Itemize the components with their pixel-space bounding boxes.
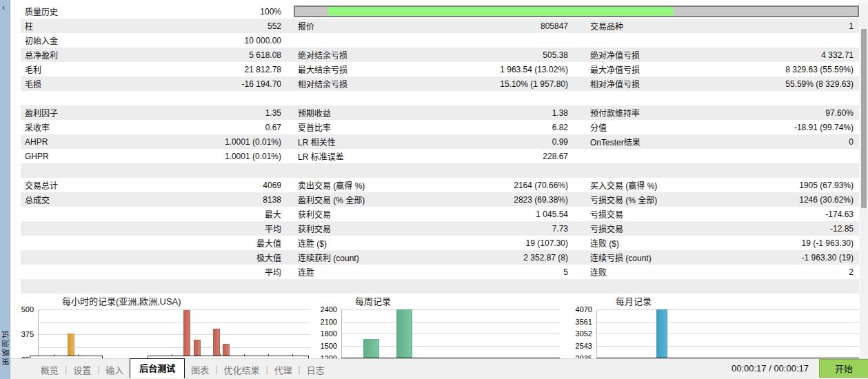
stat-cell: 平均 [21, 223, 291, 234]
start-button[interactable]: 开始 [819, 359, 868, 378]
stat-label: 绝对净值亏损 [590, 49, 640, 61]
chart-title: 每周记录 [355, 294, 391, 307]
chart-title: 每月记录 [616, 294, 652, 307]
table-row: 总成交8138盈利交易 (% 全部)2823 (69.38%)亏损交易 (% 全… [21, 192, 860, 207]
stat-label: 连胜 ($) [298, 237, 327, 249]
stat-cell: 相对结余亏损15.10% (1 957.80) [291, 78, 583, 90]
stat-label: 相对结余亏损 [298, 78, 347, 90]
table-row: 极大值连续获利 (count)2 352.87 (8)连续亏损 (count)-… [21, 250, 860, 265]
y-axis-tick-label: 2400 [310, 305, 337, 314]
stat-cell: 获利交易1 045.54 [291, 208, 583, 220]
stat-label: 最大净值亏损 [590, 63, 640, 75]
stat-label: 盈利交易 (% 全部) [298, 194, 365, 205]
stat-cell: 总成交8138 [21, 194, 291, 205]
stat-label: OnTester结果 [590, 136, 640, 147]
stat-label: 获利交易 [298, 208, 331, 220]
table-row: 质量历史100% [21, 4, 860, 19]
stat-cell: 亏损交易-174.63 [583, 208, 860, 220]
stat-value: 8 329.63 (55.59%) [785, 65, 854, 74]
history-quality-progress-bar [294, 6, 859, 17]
stat-label: AHPR [25, 137, 48, 147]
stat-value: 21 812.78 [245, 65, 281, 74]
stat-value: 15.10% (1 957.80) [500, 79, 568, 89]
stat-value: 805847 [541, 21, 568, 31]
stat-cell: LR 相关性0.99 [291, 136, 583, 147]
chart-bar [213, 329, 220, 358]
stat-label: 相对净值亏损 [590, 78, 640, 90]
stat-value: -12.85 [830, 224, 854, 234]
x-axis-ticks [30, 354, 102, 356]
table-row: 毛损-16 194.70相对结余亏损15.10% (1 957.80)相对净值亏… [21, 76, 860, 91]
stat-cell: LR 标准误差228.67 [291, 150, 583, 162]
y-axis-tick-label: 1800 [310, 329, 337, 338]
stat-cell: 连续亏损 (count)-1 963.30 (19) [583, 252, 860, 263]
tab-1[interactable]: 概览 [34, 362, 65, 378]
x-axis-ticks [148, 354, 308, 356]
stat-label: 初始入金 [25, 34, 58, 46]
table-row: 平均获利交易7.73亏损交易-12.85 [21, 221, 860, 236]
stat-label: GHPR [25, 152, 49, 161]
stat-cell: 盈利因子1.35 [21, 107, 291, 119]
gridline [597, 322, 860, 322]
gridline [342, 322, 560, 322]
stats-table: 质量历史100%柱552报价805847交易品种1初始入金10 000.00总净… [21, 4, 860, 294]
elapsed-time: 00:00:17 / 00:00:17 [731, 363, 809, 373]
tab-4[interactable]: 后台测试 [130, 358, 185, 378]
stat-value: 1 045.54 [536, 209, 568, 219]
stat-cell: 采收率0.67 [21, 121, 291, 133]
stat-cell: 连败 ($)19 (-1 963.30) [583, 237, 860, 249]
tab-5[interactable]: 图表 [185, 362, 215, 378]
stat-value: 4 332.71 [821, 50, 854, 60]
stat-value: 0 [849, 137, 854, 147]
stat-label: 连败 ($) [590, 237, 619, 249]
tab-3[interactable]: 输入 [99, 362, 130, 378]
stat-label: LR 标准误差 [298, 150, 344, 162]
stat-cell: 盈利交易 (% 全部)2823 (69.38%) [291, 194, 583, 205]
stat-label: 连败 [590, 266, 607, 278]
scrollbar-thumb[interactable] [861, 29, 867, 208]
strategy-tester-panel-strip[interactable]: ‹ 策略测试 [0, 0, 10, 379]
table-row [21, 163, 860, 178]
stat-value: 2 [849, 267, 854, 277]
gridline [39, 309, 310, 310]
stat-value: 1 [849, 21, 854, 31]
vertical-scrollbar[interactable] [860, 4, 867, 357]
stat-label: 连胜 [298, 266, 314, 278]
chart-bar [396, 309, 412, 358]
table-row: GHPR1.0001 (0.01%)LR 标准误差228.67 [21, 149, 860, 163]
stat-label: 最大结余亏损 [298, 63, 347, 75]
tab-7[interactable]: 代理 [268, 362, 299, 378]
tab-6[interactable]: 优化结果 [217, 362, 265, 378]
tab-list: 概览|设置|输入后台测试图表|优化结果|代理|日志 [0, 360, 331, 378]
stat-cell: 分值-18.91 (99.74%) [583, 121, 860, 133]
stat-value: 7.73 [552, 224, 568, 234]
tab-8[interactable]: 日志 [301, 362, 331, 378]
collapse-panel-icon[interactable]: ‹ [2, 3, 5, 12]
stat-value: 最大 [265, 208, 281, 220]
table-row: 盈利因子1.35预期收益1.38预付款维持率97.60% [21, 105, 860, 120]
stat-cell: 连败2 [583, 266, 860, 278]
stat-label: 亏损交易 (% 全部) [590, 194, 657, 205]
stat-value: 平均 [265, 223, 281, 234]
gridline [39, 334, 310, 335]
stat-label: 总净盈利 [25, 49, 58, 61]
gridline [597, 334, 860, 334]
stat-cell: 获利交易7.73 [291, 223, 583, 234]
gridline [342, 309, 560, 310]
stat-label: 盈利因子 [25, 107, 58, 119]
chart-bar [363, 339, 379, 358]
stat-cell: 平均 [21, 266, 291, 278]
stat-label: 采收率 [25, 121, 50, 133]
stat-value: -16 194.70 [242, 79, 281, 89]
stat-cell: 最大结余亏损1 963.54 (13.02%) [291, 63, 583, 75]
stat-cell: 连续获利 (count)2 352.87 (8) [291, 252, 583, 263]
stat-label: 预期收益 [298, 107, 331, 119]
progress-bar-wrap [291, 6, 860, 17]
table-row: 最大获利交易1 045.54亏损交易-174.63 [21, 207, 860, 221]
stat-value: 6.82 [552, 123, 568, 132]
tab-2[interactable]: 设置 [67, 362, 97, 378]
stat-value: 1.0001 (0.01%) [225, 152, 281, 161]
stat-cell: 最大 [21, 208, 291, 220]
panel-vertical-title: 策略测试 [1, 329, 12, 365]
stat-value: 8138 [263, 195, 281, 205]
